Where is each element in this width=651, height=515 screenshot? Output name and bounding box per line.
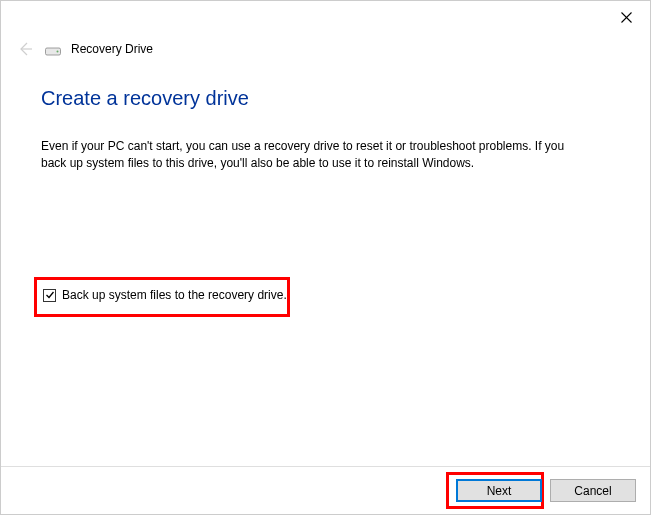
back-button (15, 39, 35, 59)
drive-icon (45, 43, 61, 55)
backup-checkbox[interactable] (43, 289, 56, 302)
button-bar: Next Cancel (1, 467, 650, 514)
backup-checkbox-row: Back up system files to the recovery dri… (43, 288, 287, 302)
page-heading: Create a recovery drive (41, 87, 610, 110)
back-arrow-icon (16, 40, 34, 58)
next-button[interactable]: Next (456, 479, 542, 502)
close-button[interactable] (602, 1, 650, 33)
description-text: Even if your PC can't start, you can use… (41, 138, 581, 173)
recovery-drive-wizard: Recovery Drive Create a recovery drive E… (0, 0, 651, 515)
header-title: Recovery Drive (71, 42, 153, 56)
header-row: Recovery Drive (15, 39, 153, 59)
backup-checkbox-label: Back up system files to the recovery dri… (62, 288, 287, 302)
titlebar (1, 1, 650, 37)
content-area: Create a recovery drive Even if your PC … (41, 87, 610, 173)
cancel-button[interactable]: Cancel (550, 479, 636, 502)
svg-point-4 (57, 51, 59, 53)
checkmark-icon (45, 290, 55, 300)
close-icon (621, 12, 632, 23)
